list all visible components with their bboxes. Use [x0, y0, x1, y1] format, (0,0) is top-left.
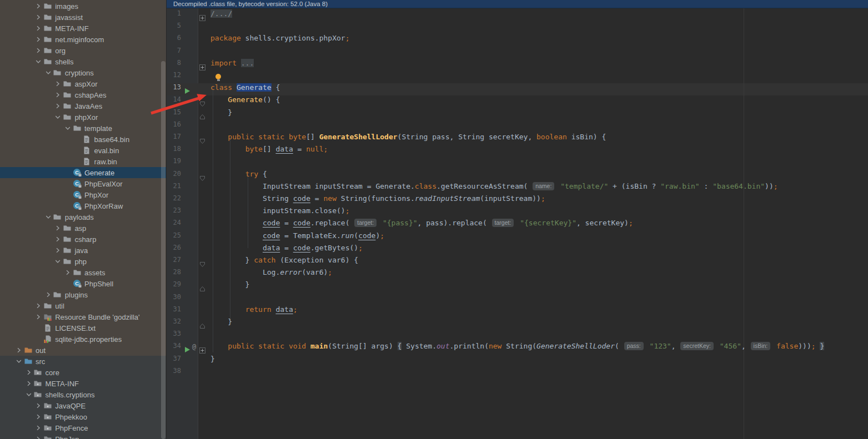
code-line-14[interactable]: 14 Generate() { [167, 95, 868, 108]
chevron-collapsed-icon[interactable] [34, 301, 43, 310]
code-line-17[interactable]: 17 public static byte[] GenerateShellLod… [167, 133, 868, 145]
code-line-15[interactable]: 15 } [167, 108, 868, 120]
tree-item-images[interactable]: images [0, 1, 166, 12]
tree-item-assets[interactable]: assets [0, 267, 166, 278]
code-line-26[interactable]: 26 data = code.getBytes(); [167, 244, 868, 256]
code-line-27[interactable]: 27 } catch (Exception var6) { [167, 256, 868, 268]
chevron-collapsed-icon[interactable] [53, 79, 62, 88]
chevron-collapsed-icon[interactable] [24, 368, 33, 377]
tree-item-plugins[interactable]: plugins [0, 289, 166, 300]
code-line-28[interactable]: 28 Log.error(var6); [167, 268, 868, 280]
chevron-collapsed-icon[interactable] [63, 268, 72, 277]
chevron-collapsed-icon[interactable] [34, 13, 43, 22]
tree-item-asp[interactable]: asp [0, 223, 166, 234]
code-line-5[interactable]: 5 [167, 22, 868, 34]
code-line-29[interactable]: 29 } [167, 280, 868, 292]
tree-item-util[interactable]: util [0, 300, 166, 311]
chevron-collapsed-icon[interactable] [34, 2, 43, 11]
chevron-collapsed-icon[interactable] [53, 90, 62, 99]
chevron-collapsed-icon[interactable] [53, 235, 62, 244]
chevron-collapsed-icon[interactable] [34, 312, 43, 321]
tree-item-src[interactable]: src [0, 356, 166, 367]
tree-item-meta-inf[interactable]: META-INF [0, 23, 166, 34]
code-line-34[interactable]: 34@ public static void main(String[] arg… [167, 342, 868, 354]
chevron-collapsed-icon[interactable] [34, 46, 43, 55]
chevron-collapsed-icon[interactable] [34, 24, 43, 33]
code-line-33[interactable]: 33 [167, 330, 868, 342]
code-line-7[interactable]: 7 [167, 47, 868, 59]
code-line-18[interactable]: 18 byte[] data = null; [167, 145, 868, 157]
tree-item-raw-bin[interactable]: raw.bin [0, 156, 166, 167]
tree-item-out[interactable]: out [0, 345, 166, 356]
code-line-8[interactable]: 8import ... [167, 59, 868, 71]
chevron-expanded-icon[interactable] [24, 390, 33, 399]
code-line-22[interactable]: 22 String code = new String(functions.re… [167, 194, 868, 206]
chevron-expanded-icon[interactable] [44, 213, 53, 221]
tree-item-generate[interactable]: CGenerate [0, 167, 166, 178]
chevron-collapsed-icon[interactable] [53, 224, 62, 233]
tree-item-aspxor[interactable]: aspXor [0, 78, 166, 89]
chevron-collapsed-icon[interactable] [34, 35, 43, 44]
code-line-13[interactable]: 13class Generate { [167, 83, 868, 95]
tree-item-cryptions[interactable]: cryptions [0, 67, 166, 78]
chevron-expanded-icon[interactable] [44, 68, 53, 77]
chevron-expanded-icon[interactable] [53, 257, 62, 266]
code-line-6[interactable]: 6package shells.cryptions.phpXor; [167, 34, 868, 46]
tree-item-phpevalxor[interactable]: CPhpEvalXor [0, 178, 166, 189]
code-line-21[interactable]: 21 InputStream inputStream = Generate.cl… [167, 182, 868, 194]
code-line-23[interactable]: 23 inputStream.close(); [167, 206, 868, 219]
tree-item-cshapaes[interactable]: cshapAes [0, 89, 166, 100]
tree-item-base64-bin[interactable]: base64.bin [0, 134, 166, 145]
tree-item-phpxor[interactable]: phpXor [0, 112, 166, 123]
code-line-12[interactable]: 12 [167, 71, 868, 83]
chevron-collapsed-icon[interactable] [14, 346, 23, 355]
tree-item-shells[interactable]: shells [0, 56, 166, 67]
chevron-collapsed-icon[interactable] [34, 401, 43, 410]
tree-item-javaqpe[interactable]: JavaQPE [0, 400, 166, 411]
tree-item-payloads[interactable]: payloads [0, 211, 166, 223]
chevron-collapsed-icon[interactable] [34, 423, 43, 432]
tree-item-php[interactable]: php [0, 256, 166, 267]
chevron-collapsed-icon[interactable] [44, 290, 53, 299]
intention-bulb-icon[interactable] [215, 74, 221, 79]
tree-item-phpshell[interactable]: CPhpShell [0, 278, 166, 289]
chevron-collapsed-icon[interactable] [53, 102, 62, 110]
tree-item-license-txt[interactable]: LICENSE.txt [0, 322, 166, 334]
tree-item-core[interactable]: core [0, 367, 166, 378]
tree-item-phpxor[interactable]: CPhpXor [0, 189, 166, 200]
tree-scrollbar[interactable] [161, 61, 165, 439]
code-line-25[interactable]: 25 code = TemplateEx.run(code); [167, 231, 868, 244]
chevron-expanded-icon[interactable] [14, 357, 23, 366]
code-line-37[interactable]: 37} [167, 355, 868, 367]
chevron-expanded-icon[interactable] [34, 57, 43, 66]
chevron-collapsed-icon[interactable] [24, 379, 33, 388]
tree-item-csharp[interactable]: csharp [0, 234, 166, 245]
code-line-16[interactable]: 16 [167, 120, 868, 133]
editor-pane[interactable]: 1/.../56package shells.cryptions.phpXor;… [167, 0, 868, 439]
code-line-31[interactable]: 31 return data; [167, 305, 868, 317]
tree-item-template[interactable]: template [0, 123, 166, 134]
code-line-1[interactable]: 1/.../ [167, 9, 868, 22]
tree-item-javaaes[interactable]: JavaAes [0, 100, 166, 112]
tree-item-shells-cryptions[interactable]: shells.cryptions [0, 389, 166, 400]
chevron-expanded-icon[interactable] [53, 113, 62, 122]
chevron-expanded-icon[interactable] [63, 124, 72, 133]
tree-item-meta-inf[interactable]: META-INF [0, 378, 166, 389]
tree-item-net-miginfocom[interactable]: net.miginfocom [0, 34, 166, 45]
tree-item-resource-bundle-godzilla-[interactable]: Resource Bundle 'godzilla' [0, 311, 166, 322]
tree-item-phpfence[interactable]: PhpFence [0, 422, 166, 433]
code-line-19[interactable]: 19 [167, 157, 868, 169]
chevron-collapsed-icon[interactable] [53, 246, 62, 255]
code-line-30[interactable]: 30 [167, 293, 868, 305]
tree-item-eval-bin[interactable]: eval.bin [0, 145, 166, 156]
tree-item-javassist[interactable]: javassist [0, 12, 166, 23]
tree-item-org[interactable]: org [0, 45, 166, 56]
code-line-38[interactable]: 38 [167, 367, 868, 379]
code-line-32[interactable]: 32 } [167, 317, 868, 330]
tree-item-java[interactable]: java [0, 245, 166, 256]
tree-item-phpxorraw[interactable]: CPhpXorRaw [0, 200, 166, 211]
code-line-24[interactable]: 24 code = code.replace( target: "{pass}"… [167, 219, 868, 231]
code-line-20[interactable]: 20 try { [167, 170, 868, 182]
chevron-collapsed-icon[interactable] [34, 412, 43, 421]
chevron-collapsed-icon[interactable] [34, 435, 43, 439]
